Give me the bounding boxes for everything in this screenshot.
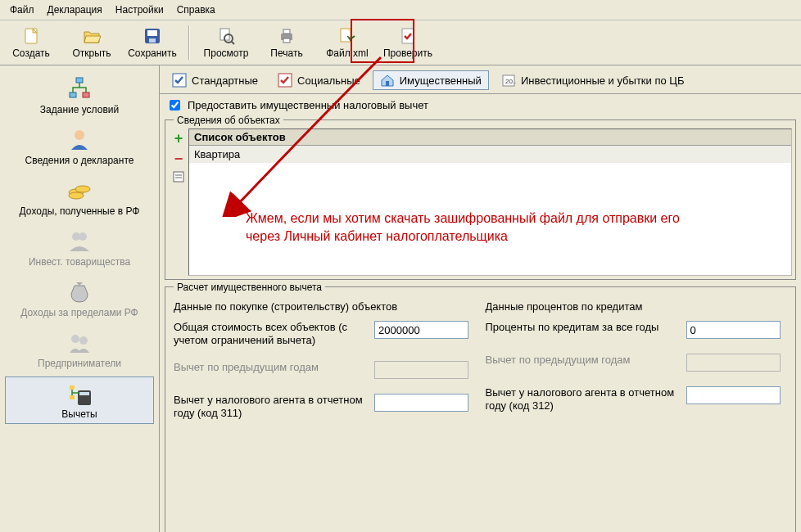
svg-rect-10 (283, 38, 290, 43)
tab-social[interactable]: Социальные (270, 70, 368, 90)
svg-rect-16 (83, 92, 89, 97)
print-label: Печать (270, 47, 302, 59)
sidebar-item-income-rf[interactable]: Доходы, полученные в РФ (5, 174, 154, 221)
preview-icon (216, 26, 236, 46)
percent-input[interactable] (686, 321, 781, 339)
check-label: Проверить (383, 47, 432, 59)
people-icon (66, 330, 93, 356)
prev-years-input-left[interactable] (374, 361, 468, 379)
open-label: Открыть (72, 47, 111, 59)
svg-rect-4 (149, 38, 156, 43)
left-column-head: Данные по покупке (строительству) объект… (174, 300, 476, 313)
sidebar-item-deductions[interactable]: Вычеты (5, 376, 154, 424)
agent-left-label: Вычет у налогового агента в отчетном год… (174, 394, 366, 419)
svg-rect-3 (147, 30, 157, 36)
sidebar-item-income-abroad[interactable]: Доходы за пределами РФ (5, 275, 154, 322)
total-cost-label: Общая стоимость всех объектов (с учетом … (174, 321, 366, 346)
provide-deduction-checkbox[interactable] (170, 100, 180, 110)
create-label: Создать (12, 47, 50, 59)
check-icon (398, 26, 418, 46)
svg-rect-9 (283, 29, 290, 34)
print-icon (277, 26, 296, 46)
svg-point-22 (79, 232, 87, 241)
calendar-icon: 20.. (501, 73, 516, 88)
prev-years-label-right: Вычет по предыдущим годам (486, 354, 678, 367)
xml-label: Файл xml (326, 47, 369, 59)
partnership-icon (66, 228, 93, 255)
tab-property[interactable]: Имущественный (373, 70, 489, 90)
save-button[interactable]: Сохранить (123, 24, 182, 61)
agent-left-input[interactable] (374, 394, 468, 412)
flowchart-icon (66, 76, 93, 102)
deduction-tabs: Стандартные Социальные Имущественный 20.… (160, 65, 801, 94)
main-panel: Стандартные Социальные Имущественный 20.… (160, 65, 801, 532)
coins-icon (66, 178, 93, 204)
svg-line-7 (231, 41, 234, 44)
preview-label: Просмотр (204, 47, 249, 59)
remove-object-button[interactable]: − (169, 151, 188, 168)
person-icon (66, 127, 93, 153)
save-icon (143, 26, 162, 46)
svg-rect-15 (70, 92, 76, 97)
menu-file[interactable]: Файл (5, 2, 39, 17)
svg-point-19 (69, 192, 84, 199)
file-xml-icon (337, 26, 357, 46)
main-toolbar: Создать Открыть Сохранить Просмотр Печат… (0, 20, 801, 65)
calculation-legend: Расчет имущественного вычета (174, 282, 325, 293)
svg-text:20..: 20.. (505, 78, 516, 85)
calculation-fieldset: Расчет имущественного вычета Данные по п… (165, 286, 796, 532)
sidebar: Задание условий Сведения о декларанте До… (0, 65, 160, 532)
objects-legend: Сведения об объектах (174, 115, 283, 126)
svg-rect-34 (174, 172, 183, 182)
svg-point-20 (75, 186, 90, 192)
annotation-text: Жмем, если мы хотим скачать зашифрованны… (246, 210, 704, 245)
menu-declaration[interactable]: Декларация (43, 2, 107, 17)
object-row[interactable]: Квартира (189, 146, 791, 163)
tab-standard[interactable]: Стандартные (165, 70, 265, 90)
tab-invest[interactable]: 20.. Инвестиционные и убытки по ЦБ (494, 70, 692, 90)
sidebar-item-conditions[interactable]: Задание условий (5, 72, 154, 119)
money-bag-icon (66, 279, 93, 305)
objects-fieldset: Сведения об объектах + − Список объектов… (165, 119, 796, 280)
svg-point-24 (79, 336, 88, 345)
new-file-icon (21, 26, 41, 46)
create-button[interactable]: Создать (2, 24, 61, 61)
menu-bar: Файл Декларация Настройки Справка (0, 0, 801, 20)
svg-rect-31 (386, 81, 389, 86)
save-label: Сохранить (128, 47, 177, 59)
print-button[interactable]: Печать (257, 24, 316, 61)
menu-settings[interactable]: Настройки (111, 2, 169, 17)
svg-point-23 (71, 335, 79, 343)
sidebar-item-invest[interactable]: Инвест. товарищества (5, 224, 154, 272)
svg-rect-26 (79, 392, 89, 395)
svg-rect-14 (76, 78, 83, 83)
prev-years-label-left: Вычет по предыдущим годам (174, 361, 366, 374)
menu-help[interactable]: Справка (172, 2, 220, 17)
provide-deduction-label: Предоставить имущественный налоговый выч… (188, 99, 428, 111)
svg-rect-28 (70, 395, 75, 399)
prev-years-input-right[interactable] (686, 354, 781, 372)
checkbox-red-icon (278, 73, 292, 88)
xml-button[interactable]: Файл xml (318, 24, 377, 61)
calculator-icon (66, 381, 93, 407)
open-button[interactable]: Открыть (62, 24, 121, 61)
edit-object-button[interactable] (169, 171, 188, 185)
sidebar-item-declarant[interactable]: Сведения о декларанте (5, 123, 154, 170)
object-list[interactable]: Список объектов Квартира (188, 128, 792, 276)
total-cost-input[interactable] (374, 321, 468, 339)
agent-right-input[interactable] (686, 386, 781, 404)
sidebar-item-entrepreneurs[interactable]: Предприниматели (5, 326, 154, 373)
percent-label: Проценты по кредитам за все годы (486, 321, 678, 334)
house-icon (380, 73, 395, 88)
add-object-button[interactable]: + (169, 130, 188, 147)
svg-rect-27 (70, 385, 75, 390)
right-column-head: Данные процентов по кредитам (486, 300, 788, 313)
preview-button[interactable]: Просмотр (197, 24, 256, 61)
svg-point-17 (75, 130, 84, 140)
open-folder-icon (82, 26, 102, 46)
check-button[interactable]: Проверить (378, 24, 437, 61)
edit-icon (173, 171, 184, 183)
checkbox-blue-icon (172, 73, 187, 88)
agent-right-label: Вычет у налогового агента в отчетном год… (486, 386, 678, 412)
toolbar-separator (188, 25, 190, 60)
